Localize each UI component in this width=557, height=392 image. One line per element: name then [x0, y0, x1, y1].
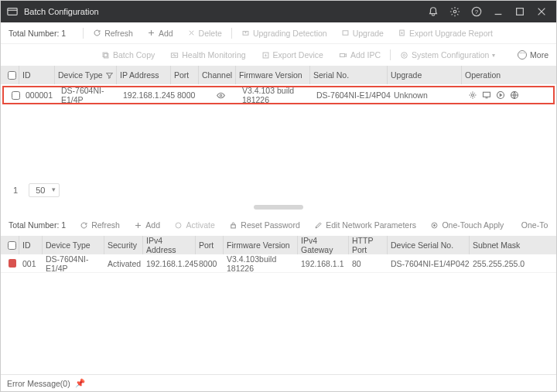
export-device-button[interactable]: Export Device [258, 49, 326, 61]
svg-point-23 [220, 94, 221, 96]
svg-point-2 [453, 10, 456, 13]
svg-rect-20 [340, 53, 344, 56]
device-row-highlight[interactable]: 000001 DS-7604NI-E1/4P 192.168.1.245 800… [2, 86, 555, 104]
svg-point-22 [402, 52, 408, 58]
th-operation[interactable]: Operation [462, 66, 556, 84]
add-ipc-button[interactable]: Add IPC [336, 49, 384, 61]
row-status-icon[interactable] [9, 259, 16, 268]
help-icon[interactable]: ? [471, 6, 482, 17]
footer-bar: Error Message(0) 📌 [1, 374, 556, 391]
cell2-firmware: V3.4.103build 181226 [224, 254, 298, 272]
pane-divider[interactable] [254, 205, 303, 210]
gear-icon[interactable] [449, 6, 460, 17]
svg-rect-17 [104, 53, 108, 58]
th2-device-type[interactable]: Device Type [43, 236, 104, 254]
cell2-http: 80 [349, 254, 388, 272]
svg-point-31 [176, 223, 182, 228]
system-configuration-button[interactable]: System Configuration ▾ [397, 49, 498, 61]
th-device-type[interactable]: Device Type [55, 66, 117, 84]
cell2-serial: DS-7604NI-E1/4P042019... [388, 254, 470, 272]
filter-icon[interactable] [106, 72, 113, 79]
reset-password-button[interactable]: Reset Password [226, 219, 302, 231]
add-button[interactable]: Add [144, 27, 176, 39]
maximize-icon[interactable] [514, 6, 525, 17]
discovery-row[interactable]: 001 DS-7604NI-E1/4P Activated 192.168.1.… [1, 254, 556, 273]
cell-serial: DS-7604NI-E1/4P042019... [313, 87, 391, 103]
th-upgrade[interactable]: Upgrade [388, 66, 462, 84]
th2-serial[interactable]: Device Serial No. [388, 236, 470, 254]
th2-port[interactable]: Port [196, 236, 224, 254]
minimize-icon[interactable] [493, 6, 504, 17]
cell2-port: 8000 [196, 254, 224, 272]
upgrade-button[interactable]: Upgrade [338, 27, 387, 39]
titlebar: Batch Configuration ? [1, 1, 556, 22]
lower-total-label: Total Number: 1 [9, 220, 66, 230]
bell-icon[interactable] [428, 6, 439, 17]
delete-button[interactable]: Delete [184, 27, 225, 39]
select-all-checkbox[interactable] [8, 71, 16, 80]
play-circle-icon[interactable] [496, 90, 505, 100]
svg-point-34 [434, 224, 436, 226]
settings-icon[interactable] [468, 90, 477, 100]
th2-security[interactable]: Security [104, 236, 143, 254]
lower-add-button[interactable]: Add [131, 219, 163, 231]
th2-firmware[interactable]: Firmware Version [224, 236, 298, 254]
cell-ip: 192.168.1.245 [120, 87, 174, 103]
th2-http[interactable]: HTTP Port [349, 236, 388, 254]
th-id[interactable]: ID [19, 66, 55, 84]
edit-network-button[interactable]: Edit Network Parameters [311, 219, 419, 231]
th2-ipv4[interactable]: IPv4 Address [143, 236, 196, 254]
health-monitoring-button[interactable]: Health Monitoring [167, 49, 248, 61]
page-number[interactable]: 1 [9, 184, 22, 196]
th-channel[interactable]: Channel [199, 66, 236, 84]
page-size-select[interactable]: 50 [29, 183, 60, 197]
one-touch-apply-button[interactable]: One-Touch Apply [427, 219, 507, 231]
cell-operation [465, 87, 553, 103]
cell2-security: Activated [104, 254, 143, 272]
cell-port: 8000 [174, 87, 202, 103]
error-message-label[interactable]: Error Message(0) [7, 379, 70, 388]
pager: 1 50 [1, 179, 556, 202]
cell-channel[interactable] [202, 87, 239, 103]
one-touch-cor-button[interactable]: One-Touch Cor [515, 219, 548, 231]
row-checkbox[interactable] [12, 91, 20, 100]
refresh-button[interactable]: Refresh [90, 27, 136, 39]
th2-gateway[interactable]: IPv4 Gateway [298, 236, 349, 254]
svg-rect-16 [103, 53, 108, 57]
close-icon[interactable] [536, 6, 547, 17]
th2-subnet[interactable]: Subnet Mask [470, 236, 556, 254]
window-title: Batch Configuration [24, 7, 428, 16]
th-ip[interactable]: IP Address [117, 66, 171, 84]
svg-rect-25 [484, 92, 490, 97]
cell2-gateway: 192.168.1.1 [298, 254, 349, 272]
eye-icon [216, 90, 226, 101]
monitor-icon[interactable] [482, 90, 491, 100]
activate-button[interactable]: Activate [171, 219, 217, 231]
toolbar-secondary: Batch Copy Health Monitoring Export Devi… [1, 44, 556, 66]
svg-rect-0 [8, 9, 17, 15]
more-button[interactable]: ··· More [518, 50, 548, 60]
batch-copy-button[interactable]: Batch Copy [98, 49, 158, 61]
cell2-id: 001 [19, 254, 43, 272]
more-icon: ··· [518, 50, 527, 60]
svg-text:?: ? [475, 9, 479, 15]
svg-point-24 [472, 94, 474, 97]
th-firmware[interactable]: Firmware Version [236, 66, 310, 84]
lower-select-all-checkbox[interactable] [8, 241, 16, 250]
pin-icon[interactable]: 📌 [75, 378, 85, 388]
cell2-ipv4: 192.168.1.245 [143, 254, 196, 272]
upgrading-detection-button[interactable]: Upgrading Detection [238, 27, 330, 39]
export-upgrade-report-button[interactable]: Export Upgrade Report [395, 27, 496, 39]
svg-point-21 [403, 54, 405, 56]
th-serial[interactable]: Serial No. [310, 66, 388, 84]
th-port[interactable]: Port [171, 66, 199, 84]
svg-rect-6 [517, 9, 524, 15]
cell2-subnet: 255.255.255.0 [470, 254, 556, 272]
cell-firmware: V3.4.103 build 181226 [239, 87, 313, 103]
cell-upgrade: Unknown [391, 87, 465, 103]
globe-icon[interactable] [510, 90, 519, 100]
lower-refresh-button[interactable]: Refresh [77, 219, 123, 231]
th2-id[interactable]: ID [19, 236, 43, 254]
cell-id: 000001 [22, 87, 58, 103]
lower-toolbar: Total Number: 1 Refresh Add Activate Res… [1, 214, 556, 236]
